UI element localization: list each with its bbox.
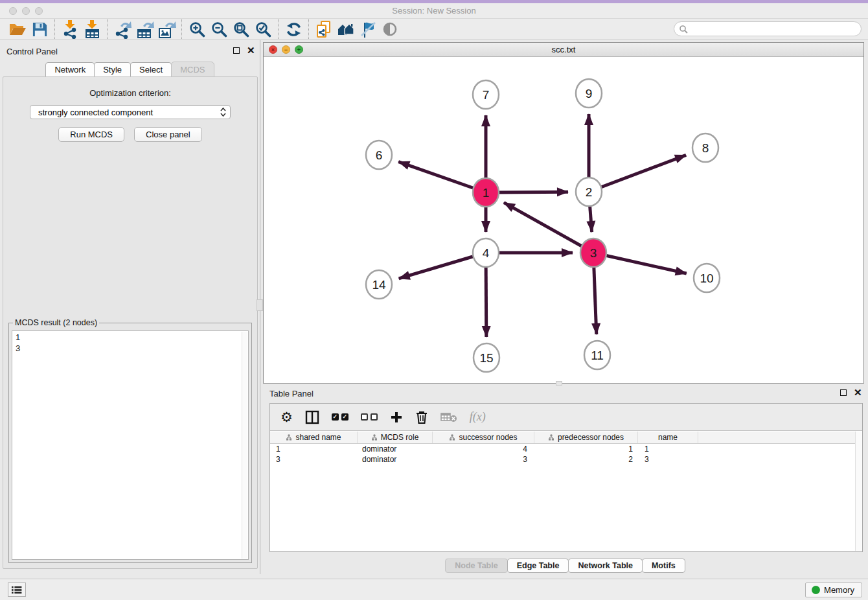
shared-column-icon	[371, 434, 378, 441]
function-builder-icon[interactable]: f(x)	[470, 410, 486, 424]
graph-edge-2-8[interactable]	[589, 155, 686, 192]
optimization-select[interactable]: strongly connected component	[30, 105, 231, 119]
run-mcds-button[interactable]: Run MCDS	[58, 127, 124, 142]
birdseye-view-icon[interactable]	[379, 19, 401, 39]
table-cell: 4	[433, 444, 534, 454]
maximize-window-button[interactable]	[35, 7, 43, 15]
table-cell: 1	[638, 444, 698, 454]
table-panel-body: ⚙ ✓ ✓ f(x) shared name MCDS role	[269, 403, 863, 552]
close-panel-button[interactable]: Close panel	[134, 127, 202, 142]
tab-motifs[interactable]: Motifs	[642, 559, 685, 573]
search-icon	[679, 25, 688, 34]
graph-edge-3-1[interactable]	[504, 203, 593, 253]
horizontal-splitter-grip[interactable]	[556, 381, 562, 386]
float-table-panel-icon[interactable]	[840, 389, 847, 396]
tab-mcds[interactable]: MCDS	[171, 62, 214, 78]
memory-button[interactable]: Memory	[805, 583, 862, 597]
tab-network-table[interactable]: Network Table	[568, 559, 643, 573]
deselect-all-columns-icon[interactable]	[361, 413, 378, 421]
checked-box-icon: ✓	[341, 413, 348, 421]
table-cell: 2	[534, 455, 638, 464]
delete-table-icon[interactable]	[440, 411, 457, 423]
graph-node-label: 4	[483, 246, 490, 260]
result-scrollbar[interactable]	[242, 332, 247, 559]
column-header[interactable]: predecessor nodes	[534, 432, 638, 443]
open-session-icon[interactable]	[6, 19, 29, 39]
column-header[interactable]: successor nodes	[433, 432, 534, 443]
status-bar: Memory	[0, 579, 868, 600]
import-table-icon[interactable]	[81, 19, 103, 39]
graph-node-label: 14	[372, 278, 386, 292]
apply-layout-icon[interactable]	[282, 19, 304, 39]
clone-network-icon[interactable]	[313, 19, 335, 39]
graph-node-label: 15	[479, 351, 493, 365]
graph-node-label: 7	[483, 88, 490, 102]
window-title: Session: New Session	[0, 3, 868, 18]
shared-column-icon	[286, 434, 292, 441]
export-image-icon[interactable]	[155, 19, 177, 39]
zoom-in-icon[interactable]	[186, 19, 208, 39]
export-table-icon[interactable]	[133, 19, 155, 39]
graph-node-label: 8	[702, 141, 709, 155]
network-minimize-button[interactable]: −	[282, 45, 290, 54]
toolbar-separator	[308, 19, 309, 39]
float-panel-icon[interactable]	[233, 47, 240, 54]
graph-node-label: 9	[586, 87, 593, 100]
save-session-icon[interactable]	[29, 19, 51, 39]
graphics-details-icon[interactable]	[357, 19, 379, 39]
mcds-result-area[interactable]: 1 3	[12, 330, 249, 560]
search-input[interactable]	[688, 23, 861, 35]
add-column-icon[interactable]	[390, 411, 403, 424]
network-window-controls: × − +	[269, 45, 303, 54]
toolbar-separator	[181, 19, 182, 39]
table-cell: 3	[270, 455, 358, 464]
export-network-icon[interactable]	[111, 19, 133, 39]
network-canvas[interactable]: 7968124314101511	[264, 57, 863, 383]
table-cell: 1	[270, 444, 358, 454]
delete-column-icon[interactable]	[415, 410, 428, 424]
title-bar: Session: New Session	[0, 3, 868, 19]
network-window-titlebar: × − + scc.txt	[264, 43, 863, 57]
graph-node-label: 1	[483, 186, 490, 200]
window-controls[interactable]	[9, 7, 43, 15]
table-cell: 3	[433, 455, 534, 464]
zoom-selected-icon[interactable]	[252, 19, 274, 39]
panel-splitter-grip[interactable]	[257, 299, 263, 311]
tab-node-table[interactable]: Node Table	[445, 559, 507, 573]
table-scrollbar[interactable]	[855, 432, 862, 551]
zoom-fit-icon[interactable]	[230, 19, 252, 39]
table-cell: dominator	[358, 444, 433, 454]
optimization-label: Optimization criterion:	[3, 88, 257, 98]
close-table-panel-icon[interactable]: ✕	[854, 389, 862, 396]
column-header[interactable]: name	[638, 432, 698, 443]
minimize-window-button[interactable]	[22, 7, 30, 15]
zoom-out-icon[interactable]	[208, 19, 230, 39]
table-settings-icon[interactable]: ⚙	[280, 411, 293, 424]
graph-edge-3-10[interactable]	[593, 253, 687, 273]
column-header[interactable]: MCDS role	[358, 432, 433, 443]
search-box[interactable]	[674, 21, 862, 36]
import-network-icon[interactable]	[59, 19, 81, 39]
select-all-columns-icon[interactable]: ✓ ✓	[332, 413, 348, 421]
mcds-result-text: 1 3	[12, 331, 248, 354]
network-maximize-button[interactable]: +	[295, 45, 303, 54]
main-toolbar	[0, 19, 868, 40]
memory-status-icon	[812, 586, 820, 594]
unchecked-box-icon	[361, 413, 368, 421]
table-header-row: shared name MCDS role successor nodes pr…	[270, 432, 856, 444]
split-table-icon[interactable]	[305, 410, 319, 424]
table-cell: 1	[534, 444, 638, 454]
table-row[interactable]: 1dominator411	[270, 444, 856, 454]
table-cell: dominator	[358, 455, 433, 464]
memory-label: Memory	[824, 585, 854, 595]
tab-edge-table[interactable]: Edge Table	[507, 559, 569, 573]
close-panel-icon[interactable]: ✕	[247, 47, 255, 54]
column-header[interactable]: shared name	[270, 432, 358, 443]
task-history-button[interactable]	[8, 583, 26, 597]
network-close-button[interactable]: ×	[269, 45, 277, 54]
unchecked-box-icon	[371, 413, 378, 421]
toolbar-separator	[107, 19, 108, 39]
close-window-button[interactable]	[9, 7, 17, 15]
table-row[interactable]: 3dominator323	[270, 454, 856, 465]
network-overview-icon[interactable]	[335, 19, 357, 39]
